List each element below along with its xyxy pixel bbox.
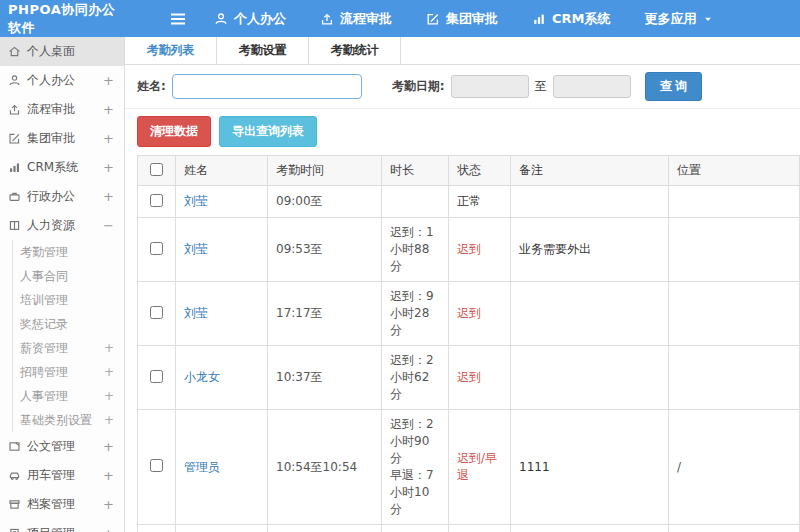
select-all-checkbox[interactable] <box>150 163 163 176</box>
sidebar-item-vehicle-management[interactable]: 用车管理 + <box>0 461 124 490</box>
sidebar-subitem-reward-punishment[interactable]: 奖惩记录 <box>13 312 124 336</box>
main-content: 考勤列表 考勤设置 考勤统计 姓名: 考勤日期: 至 查 询 清理数据 导出查询… <box>125 37 800 532</box>
note <box>511 346 669 410</box>
expand-icon: + <box>103 497 116 512</box>
sidebar-item-group-approval[interactable]: 集团审批 + <box>0 124 124 153</box>
home-icon <box>8 45 21 58</box>
sidebar-subitem-salary-management[interactable]: 薪资管理 + <box>13 336 124 360</box>
collapse-icon: − <box>103 218 116 233</box>
duration: 迟到：2小时90分 早退：7小时10分 <box>382 410 449 525</box>
col-name: 姓名 <box>176 156 268 186</box>
nav-crm-system[interactable]: CRM系统 <box>532 10 611 28</box>
col-duration: 时长 <box>382 156 449 186</box>
document-icon <box>8 440 21 453</box>
note <box>511 282 669 346</box>
sidebar-item-personal-desktop[interactable]: 个人桌面 <box>0 37 124 66</box>
expand-icon: + <box>103 439 116 454</box>
location <box>669 346 800 410</box>
action-buttons: 清理数据 导出查询列表 <box>125 109 800 155</box>
sidebar-item-crm-system[interactable]: CRM系统 + <box>0 153 124 182</box>
nav-more-apps[interactable]: 更多应用 <box>645 10 713 28</box>
sidebar-subitem-personnel-management[interactable]: 人事管理 + <box>13 384 124 408</box>
attendance-time: 10:54至10:54 <box>268 410 382 525</box>
row-checkbox[interactable] <box>150 242 163 255</box>
employee-name-link[interactable]: 刘莹 <box>184 242 208 256</box>
expand-icon: + <box>103 160 116 175</box>
hamburger-menu-icon[interactable] <box>170 12 186 26</box>
sidebar-item-admin-office[interactable]: 行政办公 + <box>0 182 124 211</box>
sidebar-subitem-attendance-management[interactable]: 考勤管理 <box>13 240 124 264</box>
sidebar-subitem-training-management[interactable]: 培训管理 <box>13 288 124 312</box>
location <box>669 218 800 282</box>
nav-group-approval[interactable]: 集团审批 <box>426 10 498 28</box>
sidebar-subitem-base-category-settings[interactable]: 基础类别设置 + <box>13 408 124 432</box>
caret-down-icon <box>703 14 713 24</box>
table-row: 王壹辉 08:56至 迟到：56分 迟到 <box>138 525 800 532</box>
tab-attendance-list[interactable]: 考勤列表 <box>125 37 217 64</box>
duration <box>382 186 449 218</box>
sidebar-item-document-management[interactable]: 公文管理 + <box>0 432 124 461</box>
sidebar-item-human-resources[interactable]: 人力资源 − <box>0 211 124 240</box>
tab-attendance-settings[interactable]: 考勤设置 <box>217 37 309 64</box>
col-note: 备注 <box>511 156 669 186</box>
expand-icon: + <box>103 102 116 117</box>
table-row: 管理员 10:54至10:54 迟到：2小时90分 早退：7小时10分 迟到/早… <box>138 410 800 525</box>
table-header-row: 姓名 考勤时间 时长 状态 备注 位置 <box>138 156 800 186</box>
note <box>511 186 669 218</box>
employee-name-link[interactable]: 刘莹 <box>184 194 208 208</box>
clear-data-button[interactable]: 清理数据 <box>137 116 211 147</box>
name-input[interactable] <box>172 74 362 99</box>
filter-form: 姓名: 考勤日期: 至 查 询 <box>125 65 800 109</box>
expand-icon: + <box>103 526 116 532</box>
table-row: 刘莹 09:00至 正常 <box>138 186 800 218</box>
table-row: 刘莹 09:53至 迟到：1小时88分 迟到 业务需要外出 <box>138 218 800 282</box>
search-button[interactable]: 查 询 <box>645 72 702 101</box>
top-header: PHPOA协同办公软件 个人办公 流程审批 集团审批 <box>0 0 800 37</box>
sidebar-subitem-recruitment-management[interactable]: 招聘管理 + <box>13 360 124 384</box>
status: 迟到 <box>449 218 511 282</box>
employee-name-link[interactable]: 刘莹 <box>184 306 208 320</box>
nav-label: CRM系统 <box>552 10 611 28</box>
tab-attendance-statistics[interactable]: 考勤统计 <box>309 37 401 64</box>
status: 迟到 <box>449 525 511 532</box>
row-checkbox[interactable] <box>150 370 163 383</box>
table-row: 刘莹 17:17至 迟到：9小时28分 迟到 <box>138 282 800 346</box>
nav-workflow-approval[interactable]: 流程审批 <box>320 10 392 28</box>
project-icon <box>8 527 21 532</box>
bar-chart-icon <box>532 12 546 26</box>
expand-icon: + <box>104 389 114 403</box>
sidebar-item-project-management[interactable]: 项目管理 + <box>0 519 124 532</box>
note: 业务需要外出 <box>511 218 669 282</box>
row-checkbox[interactable] <box>150 459 163 472</box>
sidebar-subitem-hr-contract[interactable]: 人事合同 <box>13 264 124 288</box>
export-list-button[interactable]: 导出查询列表 <box>219 116 317 147</box>
date-to-input[interactable] <box>553 75 631 98</box>
app-logo[interactable]: PHPOA协同办公软件 <box>0 1 125 37</box>
col-location: 位置 <box>669 156 800 186</box>
row-checkbox[interactable] <box>150 306 163 319</box>
sidebar-item-workflow-approval[interactable]: 流程审批 + <box>0 95 124 124</box>
duration: 迟到：56分 <box>382 525 449 532</box>
app-window: PHPOA协同办公软件 个人办公 流程审批 集团审批 <box>0 0 800 532</box>
col-status: 状态 <box>449 156 511 186</box>
nav-personal-office[interactable]: 个人办公 <box>214 10 286 28</box>
status: 迟到 <box>449 282 511 346</box>
expand-icon: + <box>103 468 116 483</box>
employee-name-link[interactable]: 管理员 <box>184 460 220 474</box>
row-checkbox[interactable] <box>150 194 163 207</box>
nav-label: 流程审批 <box>340 10 392 28</box>
car-icon <box>8 469 21 482</box>
date-from-input[interactable] <box>451 75 529 98</box>
hr-submenu: 考勤管理 人事合同 培训管理 奖惩记录 薪资管理 + 招聘管理 + <box>12 240 124 432</box>
employee-name-link[interactable]: 小龙女 <box>184 370 220 384</box>
top-nav: 个人办公 流程审批 集团审批 CRM系统 更多应用 <box>214 10 713 28</box>
to-label: 至 <box>535 78 547 95</box>
attendance-table-container: 姓名 考勤时间 时长 状态 备注 位置 刘莹 09:00至 <box>125 155 800 532</box>
expand-icon: + <box>104 413 114 427</box>
name-label: 姓名: <box>137 78 166 95</box>
note <box>511 525 669 532</box>
duration: 迟到：9小时28分 <box>382 282 449 346</box>
user-icon <box>214 12 228 26</box>
sidebar-item-personal-office[interactable]: 个人办公 + <box>0 66 124 95</box>
sidebar-item-archive-management[interactable]: 档案管理 + <box>0 490 124 519</box>
